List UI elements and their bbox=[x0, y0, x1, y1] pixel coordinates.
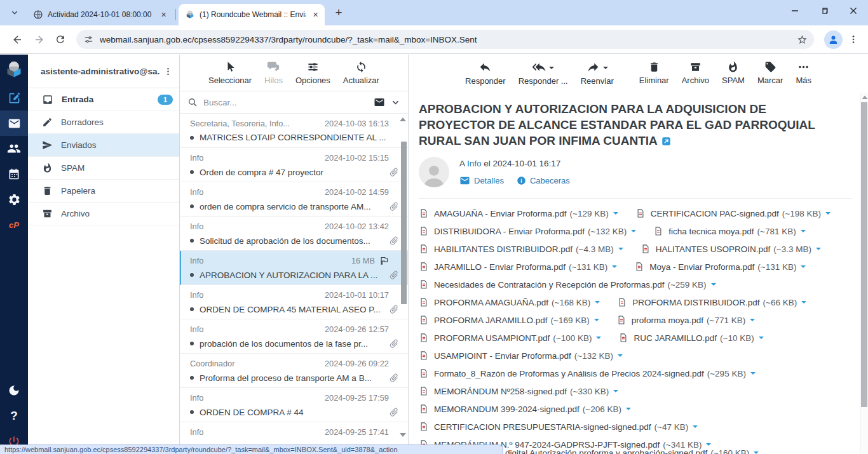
attachment-link[interactable]: ficha tecnica moya.pdf(~781 KB) bbox=[653, 225, 806, 237]
attachment-menu-caret-icon[interactable] bbox=[816, 248, 821, 253]
attachment-menu-caret-icon[interactable] bbox=[631, 230, 636, 235]
message-row[interactable]: Secretaria, Tesoreria, Info...2024-10-03… bbox=[180, 114, 408, 148]
attachment-link[interactable]: JARAMILLO - Enviar Proforma.pdf(~131 KB) bbox=[419, 261, 617, 272]
window-restore-button[interactable] bbox=[810, 0, 839, 22]
message-row[interactable]: Coordinador2024-09-26 09:22 Proforma del… bbox=[180, 354, 408, 388]
tab-close-icon[interactable]: × bbox=[310, 10, 321, 20]
attachment-link[interactable]: proforma moya.pdf(~771 KB) bbox=[616, 314, 755, 326]
tab-close-icon[interactable]: × bbox=[158, 10, 169, 20]
attachment-link[interactable]: RUC JARAMILLO.pdf(~10 KB) bbox=[618, 332, 763, 344]
message-row[interactable]: Info2024-10-02 13:42 Solicitud de aproba… bbox=[180, 217, 408, 251]
url-text[interactable]: webmail.sanjuan.gob.ec/cpsess8592294337/… bbox=[100, 35, 792, 44]
new-tab-button[interactable]: + bbox=[330, 4, 348, 22]
details-link[interactable]: Detalles bbox=[459, 175, 504, 186]
more-button[interactable]: Más bbox=[796, 61, 811, 85]
message-row[interactable]: Info2024-09-25 17:59 ORDEN DE COMPRA # 4… bbox=[180, 388, 408, 422]
attachment-link[interactable]: MEMORANDUM 399-2024-signed.pdf(~206 KB) bbox=[419, 403, 631, 415]
attachment-menu-caret-icon[interactable] bbox=[618, 354, 623, 359]
back-icon[interactable] bbox=[6, 29, 28, 50]
reply-all-button[interactable]: Responder ... bbox=[519, 60, 568, 86]
forward-icon[interactable] bbox=[28, 29, 50, 50]
attachment-menu-caret-icon[interactable] bbox=[595, 301, 600, 306]
url-bar[interactable]: webmail.sanjuan.gob.ec/cpsess8592294337/… bbox=[76, 30, 814, 49]
attachment-menu-caret-icon[interactable] bbox=[613, 212, 618, 217]
mail-scrollbar-thumb[interactable] bbox=[861, 102, 867, 407]
message-row[interactable]: Info2024-10-01 10:17 ORDEN DE COMPRA 45 … bbox=[180, 285, 408, 319]
cpanel-icon[interactable]: cP bbox=[0, 212, 28, 237]
settings-gear-icon[interactable] bbox=[0, 187, 28, 212]
attachment-menu-caret-icon[interactable] bbox=[801, 265, 806, 270]
message-row-selected[interactable]: Info16 MB APROBACION Y AUTORIZACION PARA… bbox=[180, 251, 408, 285]
search-input[interactable] bbox=[203, 98, 368, 107]
refresh-button[interactable]: Actualizar bbox=[343, 61, 379, 85]
attachment-link[interactable]: Moya - Enviar Proforma.pdf(~131 KB) bbox=[634, 261, 806, 272]
search-options-chevron-icon[interactable] bbox=[391, 98, 400, 107]
attachment-link[interactable]: CERTIFICACION PRESUPUESTARIA-signed-sign… bbox=[419, 421, 698, 432]
attachment-link[interactable]: PROFORMA AMAGUAÑA.pdf(~168 KB) bbox=[419, 297, 600, 308]
attachment-menu-caret-icon[interactable] bbox=[612, 265, 617, 270]
message-row[interactable]: Info2024-10-02 14:59 orden de compra ser… bbox=[180, 182, 408, 217]
browser-profile-avatar[interactable] bbox=[824, 30, 843, 49]
attachment-link[interactable]: HALITANTES USOPROIN.pdf(~3.3 MB) bbox=[641, 243, 821, 255]
folder-spam[interactable]: SPAM bbox=[28, 157, 179, 180]
attachment-link[interactable]: PROFORMA DISTRIBUIDOR.pdf(~66 KB) bbox=[617, 297, 806, 308]
attachment-row-partial[interactable]: digital Autorización proforma y aprobaci… bbox=[505, 446, 759, 454]
bookmark-star-icon[interactable] bbox=[797, 34, 808, 45]
attachment-menu-caret-icon[interactable] bbox=[613, 390, 618, 395]
mail-nav-icon[interactable] bbox=[0, 110, 28, 136]
list-scroll-down-icon[interactable] bbox=[399, 432, 407, 438]
reload-icon[interactable] bbox=[50, 29, 71, 50]
site-info-icon[interactable] bbox=[84, 35, 93, 44]
mark-button[interactable]: Marcar bbox=[757, 61, 783, 85]
attachment-link[interactable]: PROFORMA USAMPIONT.pdf(~100 KB) bbox=[419, 332, 601, 344]
folder-archivo[interactable]: Archivo bbox=[28, 203, 179, 225]
spam-button[interactable]: SPAM bbox=[722, 61, 745, 85]
mail-scrollbar[interactable] bbox=[860, 93, 868, 454]
dark-mode-moon-icon[interactable] bbox=[0, 378, 28, 403]
attachment-menu-caret-icon[interactable] bbox=[711, 283, 716, 288]
attachment-link[interactable]: USAMPIOINT - Enviar Proforma.pdf(~132 KB… bbox=[419, 350, 623, 361]
list-scroll-up-icon[interactable] bbox=[399, 116, 407, 123]
delete-button[interactable]: Eliminar bbox=[639, 61, 669, 85]
attachment-link[interactable]: MEMORÁNDUM Nº258-signed.pdf(~330 KB) bbox=[419, 385, 618, 397]
attachment-link[interactable]: HABILITANTES DISTRIBUIDOR.pdf(~4.3 MB) bbox=[419, 243, 623, 255]
attachment-menu-caret-icon[interactable] bbox=[618, 248, 623, 253]
attachment-menu-caret-icon[interactable] bbox=[759, 337, 764, 342]
browser-tab-activity[interactable]: Actividad 2024-10-01 08:00:00 × bbox=[27, 4, 173, 25]
attachment-link[interactable]: Formato_8_Razón de Proformas y Análisis … bbox=[419, 368, 756, 379]
folder-borradores[interactable]: Borradores bbox=[28, 111, 179, 134]
folder-entrada[interactable]: Entrada 1 bbox=[28, 88, 179, 111]
headers-link[interactable]: Cabeceras bbox=[517, 176, 570, 185]
mail-scroll-up-icon[interactable] bbox=[862, 95, 868, 100]
list-scrollbar-thumb[interactable] bbox=[401, 142, 407, 304]
attachment-menu-caret-icon[interactable] bbox=[693, 425, 698, 431]
folder-papelera[interactable]: Papelera bbox=[28, 180, 179, 203]
threads-button[interactable]: Hilos bbox=[264, 60, 283, 85]
tab-search-button[interactable] bbox=[6, 4, 23, 21]
help-icon[interactable]: ? bbox=[0, 403, 28, 429]
attachment-link[interactable]: Necesidades de Contratación y Recepción … bbox=[419, 279, 716, 290]
open-external-icon[interactable] bbox=[661, 137, 671, 146]
attachment-menu-caret-icon[interactable] bbox=[825, 212, 831, 217]
flag-icon[interactable] bbox=[379, 256, 389, 265]
attachment-link[interactable]: PROFORMA JARAMILLO.pdf(~169 KB) bbox=[419, 314, 599, 326]
select-button[interactable]: Seleccionar bbox=[208, 61, 252, 85]
reply-all-caret-icon[interactable] bbox=[549, 67, 554, 72]
attachment-menu-caret-icon[interactable] bbox=[626, 408, 631, 413]
attachment-link[interactable]: AMAGUAÑA - Enviar Proforma.pdf(~129 KB) bbox=[419, 208, 618, 219]
search-scope-mail-icon[interactable] bbox=[374, 97, 385, 108]
forward-button[interactable]: Reenviar bbox=[581, 60, 614, 86]
forward-caret-icon[interactable] bbox=[603, 67, 608, 72]
window-close-button[interactable] bbox=[839, 0, 868, 22]
attachment-menu-caret-icon[interactable] bbox=[596, 337, 601, 342]
attachment-menu-caret-icon[interactable] bbox=[750, 319, 755, 324]
attachment-link[interactable]: DISTRIBUIDORA - Enviar Proforma.pdf(~132… bbox=[419, 225, 636, 237]
folder-enviados[interactable]: Enviados bbox=[28, 134, 179, 157]
window-minimize-button[interactable] bbox=[780, 0, 810, 22]
options-button[interactable]: Opciones bbox=[295, 61, 330, 85]
browser-menu-icon[interactable] bbox=[845, 30, 862, 49]
contacts-icon[interactable] bbox=[0, 136, 28, 161]
attachment-menu-caret-icon[interactable] bbox=[801, 301, 806, 306]
browser-tab-roundcube[interactable]: (1) Roundcube Webmail :: Envia × bbox=[179, 4, 325, 25]
message-row[interactable]: Info2024-09-26 12:57 probación de los do… bbox=[180, 319, 408, 354]
